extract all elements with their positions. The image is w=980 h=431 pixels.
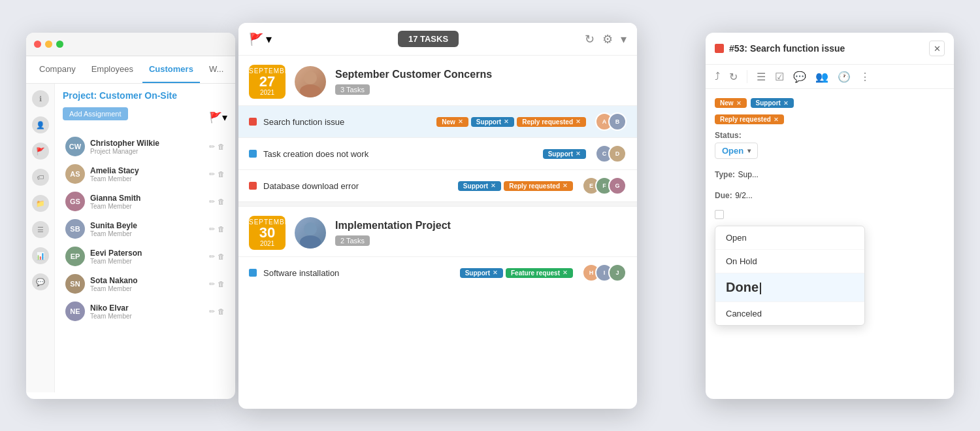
list-icon[interactable]: ☰ — [757, 71, 766, 83]
table-row[interactable]: Database download error Support ✕ Reply … — [238, 169, 637, 201]
svg-point-3 — [300, 235, 321, 249]
table-row[interactable]: Software installation Support ✕ Feature … — [238, 256, 637, 288]
tag-feature-request: Feature request ✕ — [506, 268, 573, 278]
svg-point-2 — [304, 222, 317, 235]
remove-tag-icon[interactable]: ✕ — [563, 182, 568, 189]
settings-icon[interactable]: ⚙ — [602, 32, 613, 46]
task-name: Software installation — [263, 268, 453, 278]
group-avatar-1 — [295, 66, 326, 97]
settings-chevron[interactable]: ▾ — [621, 32, 627, 46]
more-icon[interactable]: ⋮ — [860, 71, 870, 83]
edit-icon[interactable]: ✏ — [209, 198, 215, 206]
flag-icon[interactable]: 🚩 — [32, 143, 49, 160]
group-header-1: September 27 2021 September Customer Con… — [238, 56, 637, 105]
flag-chevron: ▾ — [266, 32, 272, 46]
info-icon[interactable]: ℹ — [32, 90, 49, 107]
share-icon[interactable]: ⤴ — [715, 71, 720, 82]
task-name: Database download error — [263, 181, 451, 191]
nav-customers[interactable]: Customers — [142, 56, 200, 83]
table-row[interactable]: Search function issue New ✕ Support ✕ Re… — [238, 105, 637, 137]
remove-tag-icon[interactable]: ✕ — [576, 150, 581, 157]
status-dropdown[interactable]: Open ▾ — [715, 143, 758, 159]
table-row[interactable]: Task creation does not work Support ✕ C … — [238, 137, 637, 169]
delete-icon[interactable]: 🗑 — [218, 170, 225, 179]
right-header: #53: Search function issue ✕ — [706, 33, 954, 65]
tag-icon[interactable]: 🏷 — [32, 169, 49, 186]
edit-icon[interactable]: ✏ — [209, 225, 215, 233]
remove-tag-icon[interactable]: ✕ — [563, 269, 568, 276]
delete-icon[interactable]: 🗑 — [218, 252, 225, 261]
avatar: J — [608, 264, 627, 282]
dropdown-item-canceled[interactable]: Canceled — [715, 302, 864, 325]
nav-company[interactable]: Company — [33, 56, 82, 83]
nav-employees[interactable]: Employees — [85, 56, 140, 83]
edit-icon[interactable]: ✏ — [209, 280, 215, 288]
delete-icon[interactable]: 🗑 — [218, 198, 225, 206]
dropdown-item-done[interactable]: Done — [715, 273, 864, 302]
refresh-icon[interactable]: ↻ — [585, 32, 595, 46]
edit-icon[interactable]: ✏ — [209, 252, 215, 261]
toolbar-icons: ↻ ⚙ ▾ — [585, 32, 627, 46]
delete-icon[interactable]: 🗑 — [218, 143, 225, 151]
list-icon[interactable]: ☰ — [32, 221, 49, 238]
flag-button[interactable]: 🚩▾ — [209, 111, 227, 124]
dropdown-item-onhold[interactable]: On Hold — [715, 250, 864, 273]
maximize-dot[interactable] — [56, 41, 63, 48]
edit-icon[interactable]: ✏ — [209, 143, 215, 151]
remove-tag-icon[interactable]: ✕ — [736, 100, 742, 107]
task-avatars: H I J — [582, 264, 627, 282]
group-day: 27 — [249, 75, 286, 89]
group-avatar-2 — [295, 217, 326, 249]
remove-tag-icon[interactable]: ✕ — [783, 100, 789, 107]
list-item: AS Amelia Stacy Team Member ✏ 🗑 — [63, 161, 227, 187]
tag-support: Support ✕ — [543, 149, 586, 159]
delete-icon[interactable]: 🗑 — [218, 307, 225, 316]
member-actions: ✏ 🗑 — [209, 225, 225, 233]
group-header-2: September 30 2021 Implementation Project… — [238, 207, 637, 256]
comment-icon[interactable]: 💬 — [793, 71, 806, 83]
tasks-count-badge: 17 TASKS — [398, 31, 459, 47]
member-role: Team Member — [90, 230, 204, 237]
nav-more[interactable]: W... — [203, 56, 230, 83]
dropdown-item-open[interactable]: Open — [715, 226, 864, 250]
type-value: Sup... — [738, 170, 759, 179]
refresh-icon[interactable]: ↻ — [729, 71, 738, 83]
member-name: Gianna Smith — [90, 194, 204, 203]
remove-tag-icon[interactable]: ✕ — [493, 269, 498, 276]
right-action-bar: ⤴ ↻ ☰ ☑ 💬 👥 🕐 ⋮ — [706, 65, 954, 89]
left-panel: Company Employees Customers W... ℹ 👤 🚩 🏷… — [26, 33, 235, 399]
group-year: 2021 — [249, 89, 286, 96]
delete-icon[interactable]: 🗑 — [218, 225, 225, 233]
close-dot[interactable] — [34, 41, 41, 48]
remove-tag-icon[interactable]: ✕ — [504, 118, 509, 125]
member-name: Amelia Stacy — [90, 166, 204, 175]
checkbox[interactable] — [715, 210, 724, 219]
chat-icon[interactable]: 💬 — [32, 273, 49, 290]
remove-tag-icon[interactable]: ✕ — [458, 118, 463, 125]
avatar: AS — [65, 164, 85, 184]
remove-tag-icon[interactable]: ✕ — [491, 182, 496, 189]
member-info: Sota Nakano Team Member — [90, 276, 204, 292]
edit-icon[interactable]: ✏ — [209, 170, 215, 179]
delete-icon[interactable]: 🗑 — [218, 280, 225, 288]
checkbox-icon[interactable]: ☑ — [775, 71, 784, 83]
list-item: EP Eevi Paterson Team Member ✏ 🗑 — [63, 243, 227, 269]
remove-tag-icon[interactable]: ✕ — [774, 116, 779, 123]
task-detail-title: #53: Search function issue — [729, 43, 924, 54]
remove-tag-icon[interactable]: ✕ — [576, 118, 581, 125]
avatar: SN — [65, 274, 85, 294]
flag-menu-button[interactable]: 🚩 ▾ — [249, 32, 272, 46]
group-day: 30 — [249, 226, 286, 240]
folder-icon[interactable]: 📁 — [32, 195, 49, 212]
add-assignment-button[interactable]: Add Assignment — [63, 107, 128, 120]
minimize-dot[interactable] — [45, 41, 52, 48]
clock-icon[interactable]: 🕐 — [838, 71, 851, 83]
avatar: EP — [65, 247, 85, 266]
group-info-1: September Customer Concerns 3 Tasks — [335, 69, 627, 95]
person-icon[interactable]: 👤 — [32, 116, 49, 133]
people-icon[interactable]: 👥 — [815, 71, 828, 83]
chart-icon[interactable]: 📊 — [32, 247, 49, 264]
close-button[interactable]: ✕ — [929, 41, 945, 56]
task-avatars: E F G — [582, 177, 627, 195]
edit-icon[interactable]: ✏ — [209, 307, 215, 316]
